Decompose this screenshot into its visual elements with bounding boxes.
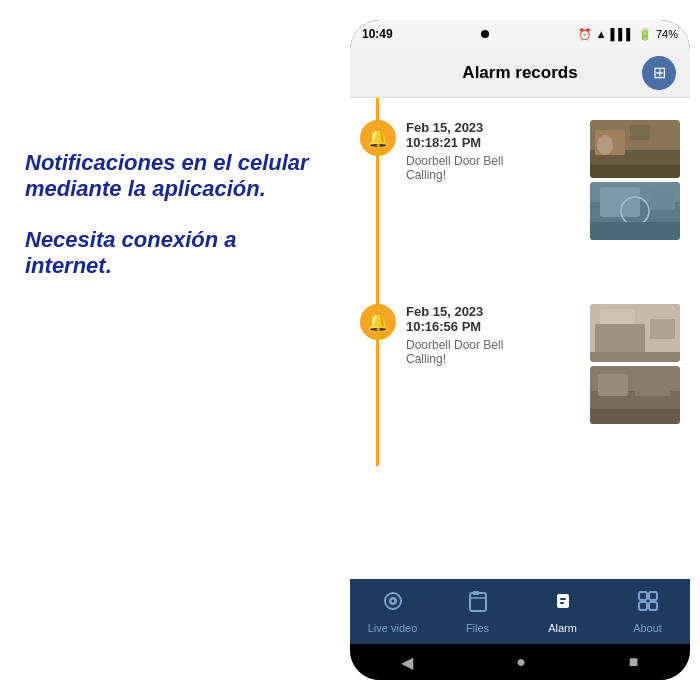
nav-files[interactable]: Files bbox=[435, 589, 520, 634]
alarm-datetime-1: Feb 15, 2023 10:18:21 PM bbox=[406, 120, 580, 150]
thumbnail-2b[interactable] bbox=[590, 366, 680, 424]
svg-rect-30 bbox=[560, 598, 566, 600]
status-dot bbox=[481, 30, 489, 38]
svg-rect-32 bbox=[639, 592, 647, 600]
svg-rect-35 bbox=[649, 602, 657, 610]
timeline: 🔔 Feb 15, 2023 10:18:21 PM Doorbell Door… bbox=[350, 98, 690, 466]
nav-about[interactable]: About bbox=[605, 589, 690, 634]
svg-rect-3 bbox=[630, 125, 650, 140]
thumbnail-1b[interactable] bbox=[590, 182, 680, 240]
android-nav-bar: ◀ ● ■ bbox=[350, 644, 690, 680]
svg-point-5 bbox=[597, 135, 613, 155]
alarm-desc-1: Doorbell Door Bell Calling! bbox=[406, 154, 580, 182]
layers-icon: ⊞ bbox=[653, 63, 666, 82]
about-icon bbox=[636, 589, 660, 619]
app-header: Alarm records ⊞ bbox=[350, 48, 690, 98]
svg-rect-34 bbox=[639, 602, 647, 610]
alarm-record-2[interactable]: 🔔 Feb 15, 2023 10:16:56 PM Doorbell Door… bbox=[350, 292, 690, 436]
battery-percent: 74% bbox=[656, 28, 678, 40]
svg-rect-22 bbox=[590, 409, 680, 424]
phone-frame: 10:49 ⏰ ▲ ▌▌▌ 🔋 74% Alarm records ⊞ 🔔 Fe… bbox=[350, 20, 690, 680]
svg-rect-4 bbox=[590, 165, 680, 178]
nav-about-label: About bbox=[633, 622, 662, 634]
svg-rect-16 bbox=[600, 309, 635, 324]
svg-point-26 bbox=[391, 600, 394, 603]
svg-rect-21 bbox=[635, 371, 670, 396]
alarm-nav-icon bbox=[551, 589, 575, 619]
status-icons: ⏰ ▲ ▌▌▌ 🔋 74% bbox=[578, 28, 678, 41]
svg-rect-28 bbox=[473, 591, 479, 595]
live-video-icon bbox=[381, 589, 405, 619]
svg-rect-31 bbox=[560, 602, 564, 604]
svg-rect-29 bbox=[557, 594, 569, 608]
thumbnail-1a[interactable] bbox=[590, 120, 680, 178]
svg-rect-17 bbox=[590, 352, 680, 362]
nav-live-video-label: Live video bbox=[368, 622, 418, 634]
svg-rect-20 bbox=[598, 374, 628, 396]
status-bar: 10:49 ⏰ ▲ ▌▌▌ 🔋 74% bbox=[350, 20, 690, 48]
header-title: Alarm records bbox=[462, 63, 577, 83]
nav-alarm-label: Alarm bbox=[548, 622, 577, 634]
alarm-thumbnails-2 bbox=[590, 304, 680, 424]
alarm-datetime-2: Feb 15, 2023 10:16:56 PM bbox=[406, 304, 580, 334]
alarm-records-list: 🔔 Feb 15, 2023 10:18:21 PM Doorbell Door… bbox=[350, 98, 690, 579]
signal-icon: ▌▌▌ bbox=[611, 28, 634, 40]
svg-rect-15 bbox=[650, 319, 675, 339]
alarm-info-2: Feb 15, 2023 10:16:56 PM Doorbell Door B… bbox=[406, 304, 580, 366]
svg-rect-14 bbox=[595, 324, 645, 354]
home-button[interactable]: ● bbox=[516, 653, 526, 671]
notification-text: Notificaciones en el celular mediante la… bbox=[25, 150, 315, 203]
nav-alarm[interactable]: Alarm bbox=[520, 589, 605, 634]
left-panel: Notificaciones en el celular mediante la… bbox=[0, 130, 340, 300]
svg-rect-8 bbox=[600, 187, 640, 217]
back-button[interactable]: ◀ bbox=[401, 653, 413, 672]
svg-rect-27 bbox=[470, 593, 486, 611]
svg-rect-9 bbox=[650, 190, 675, 210]
bell-icon-1: 🔔 bbox=[360, 120, 396, 156]
status-time: 10:49 bbox=[362, 27, 393, 41]
separator-1 bbox=[350, 252, 690, 292]
nav-live-video[interactable]: Live video bbox=[350, 589, 435, 634]
files-icon bbox=[466, 589, 490, 619]
recents-button[interactable]: ■ bbox=[629, 653, 639, 671]
bell-icon-2: 🔔 bbox=[360, 304, 396, 340]
svg-rect-33 bbox=[649, 592, 657, 600]
alarm-status-icon: ⏰ bbox=[578, 28, 592, 41]
alarm-info-1: Feb 15, 2023 10:18:21 PM Doorbell Door B… bbox=[406, 120, 580, 182]
thumbnail-2a[interactable] bbox=[590, 304, 680, 362]
svg-rect-23 bbox=[610, 396, 660, 408]
layers-icon-button[interactable]: ⊞ bbox=[642, 56, 676, 90]
alarm-record-1[interactable]: 🔔 Feb 15, 2023 10:18:21 PM Doorbell Door… bbox=[350, 108, 690, 252]
nav-files-label: Files bbox=[466, 622, 489, 634]
internet-text: Necesita conexión a internet. bbox=[25, 227, 315, 280]
alarm-thumbnails-1 bbox=[590, 120, 680, 240]
battery-icon: 🔋 bbox=[638, 28, 652, 41]
alarm-desc-2: Doorbell Door Bell Calling! bbox=[406, 338, 580, 366]
svg-rect-11 bbox=[590, 222, 680, 240]
wifi-icon: ▲ bbox=[596, 28, 607, 40]
bottom-nav: Live video Files Alarm bbox=[350, 579, 690, 644]
